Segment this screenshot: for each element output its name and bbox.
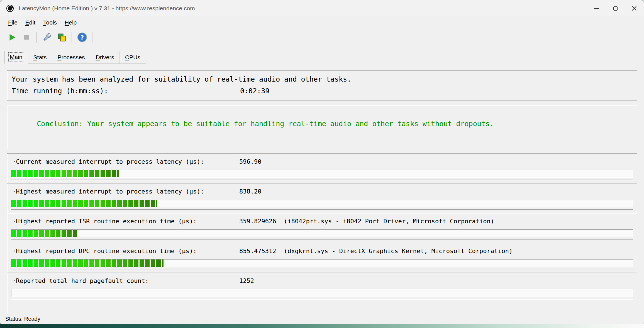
minimize-button[interactable]: [587, 0, 606, 16]
metrics-panel: ·Current measured interrupt to process l…: [7, 153, 637, 324]
conclusion-text: Conclusion: Your system appears to be su…: [37, 120, 494, 128]
bar-baseline: [11, 239, 633, 240]
bar-baseline: [11, 299, 633, 300]
close-icon: ×: [631, 4, 637, 12]
analysis-panel: Your system has been analyzed for suitab…: [7, 70, 637, 101]
metric-detail: [284, 187, 633, 196]
main-tab-content: Your system has been analyzed for suitab…: [0, 64, 644, 324]
tab-main[interactable]: Main: [4, 51, 28, 64]
metric-detail: (i8042prt.sys - i8042 Port Driver, Micro…: [284, 217, 633, 226]
latency-bar-track: [11, 259, 633, 267]
bar-baseline: [11, 269, 633, 270]
metric-value: 596.90: [239, 158, 284, 166]
svg-text:?: ?: [80, 34, 84, 41]
metric-value: 1252: [239, 277, 284, 285]
metric-value: 838.20: [239, 187, 284, 196]
menu-item-help[interactable]: Help: [61, 17, 80, 28]
latency-bar-fill: [11, 200, 157, 207]
latencymon-logo-icon: [6, 4, 14, 13]
processes-windows-button[interactable]: [54, 31, 69, 44]
stop-icon: [22, 33, 31, 41]
metric-label: ·Highest measured interrupt to process l…: [12, 187, 239, 196]
menu-item-file[interactable]: File: [4, 17, 21, 28]
stop-monitor-button[interactable]: [19, 31, 34, 44]
latencymon-window: LatencyMon (Home Edition ) v 7.31 - http…: [0, 0, 644, 324]
toolbar-separator: [72, 32, 72, 43]
tab-strip: Main Stats Processes Drivers CPUs: [0, 46, 644, 64]
metric-label: ·Highest reported ISR routine execution …: [12, 217, 239, 226]
latency-bar-fill: [11, 170, 119, 177]
metric-value: 359.829626: [239, 217, 284, 226]
status-bar: Status: Ready: [0, 314, 644, 324]
metric-row-current-latency: ·Current measured interrupt to process l…: [7, 154, 637, 183]
help-button[interactable]: ?: [75, 31, 89, 44]
metric-detail: [284, 277, 633, 285]
analysis-headline: Your system has been analyzed for suitab…: [12, 74, 351, 85]
conclusion-panel: Conclusion: Your system appears to be su…: [7, 105, 637, 149]
maximize-icon: [613, 6, 618, 11]
latency-bar-track: [11, 170, 633, 178]
bar-baseline: [11, 209, 633, 210]
latency-bar-track: [11, 229, 633, 237]
desktop-wallpaper-sliver: [0, 324, 644, 328]
latency-bar-track: [11, 289, 633, 297]
metric-detail: [284, 158, 633, 166]
minimize-icon: [594, 8, 599, 9]
menu-bar: File Edit Tools Help: [0, 16, 644, 29]
wrench-icon: [42, 32, 52, 42]
title-bar: LatencyMon (Home Edition ) v 7.31 - http…: [0, 0, 644, 16]
status-text: Status: Ready: [5, 316, 40, 322]
tab-drivers[interactable]: Drivers: [90, 52, 120, 63]
metric-row-highest-latency: ·Highest measured interrupt to process l…: [7, 183, 637, 213]
metric-label: ·Highest reported DPC routine execution …: [12, 247, 239, 255]
time-running-label: Time running (h:mm:ss):: [12, 85, 240, 97]
play-icon: [7, 33, 17, 42]
menu-item-tools[interactable]: Tools: [39, 17, 61, 28]
time-running-value: 0:02:39: [240, 85, 269, 97]
metric-row-dpc-time: ·Highest reported DPC routine execution …: [7, 243, 637, 273]
metric-value: 855.475312: [239, 247, 284, 255]
close-button[interactable]: ×: [625, 0, 644, 16]
tab-processes[interactable]: Processes: [52, 52, 90, 63]
menu-item-edit[interactable]: Edit: [21, 17, 39, 28]
stacked-windows-icon: [57, 32, 67, 42]
toolbar-separator: [92, 32, 93, 43]
metric-label: ·Reported total hard pagefault count:: [12, 277, 239, 285]
maximize-button[interactable]: [606, 0, 625, 16]
window-title: LatencyMon (Home Edition ) v 7.31 - http…: [19, 5, 195, 12]
help-icon: ?: [77, 32, 87, 43]
tab-stats[interactable]: Stats: [28, 52, 52, 63]
start-monitor-button[interactable]: [5, 31, 19, 44]
latency-bar-fill: [11, 260, 164, 267]
metric-row-pagefaults: ·Reported total hard pagefault count: 12…: [7, 273, 637, 302]
tools-options-button[interactable]: [40, 31, 54, 44]
metric-row-isr-time: ·Highest reported ISR routine execution …: [7, 213, 637, 243]
tab-cpus[interactable]: CPUs: [120, 52, 146, 63]
toolbar: ?: [0, 29, 644, 46]
latency-bar-track: [11, 200, 633, 207]
toolbar-separator: [36, 32, 37, 43]
latency-bar-fill: [11, 230, 77, 237]
metric-label: ·Current measured interrupt to process l…: [12, 158, 239, 166]
metric-detail: (dxgkrnl.sys - DirectX Graphics Kernel, …: [284, 247, 633, 255]
bar-baseline: [11, 180, 633, 180]
